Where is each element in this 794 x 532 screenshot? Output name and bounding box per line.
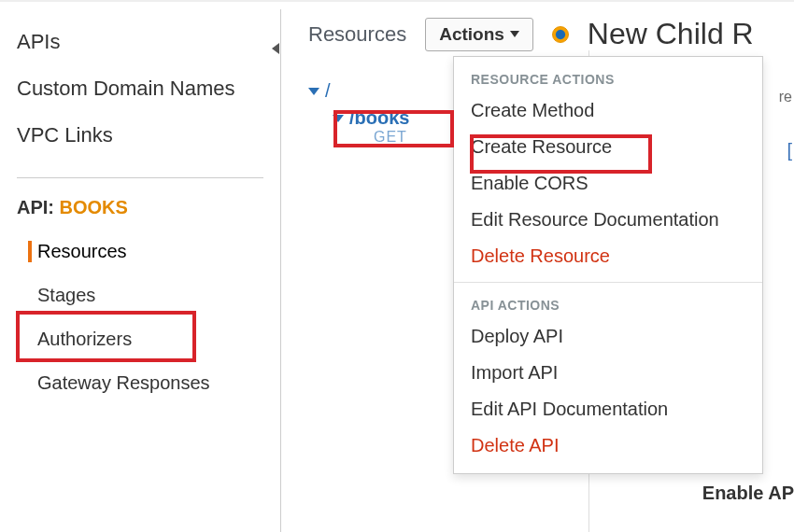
actions-dropdown: RESOURCE ACTIONS Create Method Create Re… [453,56,763,474]
sidebar-item-cdn-label: Custom Domain Names [17,77,235,100]
sidebar-sub-gateway-responses[interactable]: Gateway Responses [0,361,280,405]
actions-button-label: Actions [439,24,504,45]
sidebar-item-vpc-links[interactable]: VPC Links [0,112,280,159]
sidebar-sub-gw-label: Gateway Responses [0,361,280,405]
api-name: BOOKS [60,197,128,217]
sidebar-item-apis-label: APIs [17,30,60,54]
cutoff-text-1: re [779,89,792,105]
api-prefix: API: [17,197,60,217]
sidebar-top-nav: APIs Custom Domain Names VPC Links [0,19,280,159]
dropdown-item-import-api[interactable]: Import API [454,355,762,391]
dropdown-item-edit-resource-doc[interactable]: Edit Resource Documentation [454,202,762,238]
dropdown-divider [454,282,762,283]
dropdown-item-delete-resource[interactable]: Delete Resource [454,238,762,274]
actions-button[interactable]: Actions [425,18,533,51]
tree-method-get[interactable]: GET [374,129,409,146]
sidebar-border [280,9,281,532]
expand-icon[interactable] [333,115,344,122]
sidebar-sub-resources[interactable]: Resources [0,230,280,273]
tree-child-label: /books [349,107,409,129]
dropdown-item-create-method[interactable]: Create Method [454,92,762,129]
resources-column-title: Resources [308,22,406,47]
tree-method-label: GET [374,129,407,145]
api-heading: API: BOOKS [0,197,280,230]
sidebar-item-custom-domain-names[interactable]: Custom Domain Names [0,65,280,112]
sidebar-sub-stages-label: Stages [0,273,280,317]
tree-root-label: / [325,80,331,102]
dropdown-item-enable-cors[interactable]: Enable CORS [454,165,762,202]
main-header: Resources Actions New Child R [308,17,794,51]
page-title: New Child R [588,17,754,51]
tree-root[interactable]: / [308,75,409,107]
caret-down-icon [510,31,519,37]
sidebar-sub-authorizers[interactable]: Authorizers [0,317,280,361]
cutoff-text-2: [ [787,140,792,161]
sidebar-item-apis[interactable]: APIs [0,19,280,65]
sidebar-sub-authorizers-label: Authorizers [0,317,280,361]
sidebar-item-vpc-label: VPC Links [17,123,113,147]
dropdown-item-deploy-api[interactable]: Deploy API [454,318,762,355]
sidebar: APIs Custom Domain Names VPC Links API: … [0,9,280,405]
dropdown-item-delete-api[interactable]: Delete API [454,427,762,464]
expand-icon[interactable] [308,88,319,95]
dropdown-item-create-resource[interactable]: Create Resource [454,129,762,165]
api-sub-nav: Resources Stages Authorizers Gateway Res… [0,230,280,405]
status-dot-icon [552,26,569,43]
top-divider [0,0,794,2]
dropdown-item-edit-api-doc[interactable]: Edit API Documentation [454,391,762,427]
dropdown-section-api: API ACTIONS [454,290,762,318]
resource-tree: / /books GET [308,75,409,146]
sidebar-sub-stages[interactable]: Stages [0,273,280,317]
sidebar-divider [17,177,263,178]
dropdown-section-resource: RESOURCE ACTIONS [454,64,762,92]
sidebar-sub-resources-label: Resources [0,230,280,273]
tree-child-books[interactable]: /books [333,107,409,129]
collapse-sidebar-icon[interactable] [272,43,279,54]
enable-api-mock-text: Enable AP [702,483,794,504]
